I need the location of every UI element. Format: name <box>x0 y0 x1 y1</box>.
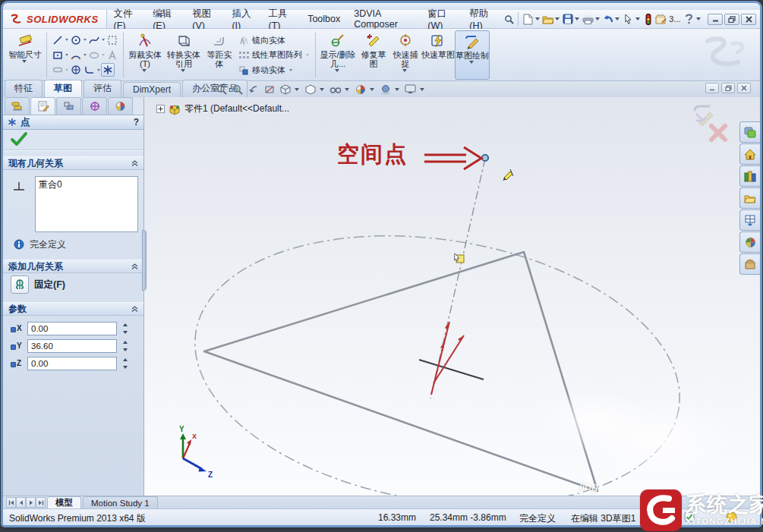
zoom-to-fit-icon[interactable] <box>214 83 229 96</box>
previous-view-icon[interactable] <box>246 83 260 96</box>
x-spinner[interactable] <box>120 322 130 335</box>
appearances-scenes-icon[interactable] <box>739 231 760 253</box>
tab-dimxpert[interactable]: DimXpert <box>123 82 181 97</box>
model-tab[interactable]: 模型 <box>47 496 81 508</box>
configuration-manager-tab-icon[interactable] <box>56 97 81 115</box>
scene-dropdown-icon[interactable] <box>395 88 399 91</box>
x-coordinate-field[interactable]: 0.00 <box>27 322 117 335</box>
trim-entities-button[interactable]: 剪裁实体(T) <box>126 30 164 80</box>
dimxpert-manager-tab-icon[interactable] <box>82 97 107 115</box>
display-style-dropdown-icon[interactable] <box>320 88 324 91</box>
spline-icon[interactable] <box>87 33 101 47</box>
selection-box-icon[interactable] <box>106 33 119 47</box>
tab-sketch[interactable]: 草图 <box>44 80 82 97</box>
design-library-icon[interactable] <box>739 165 760 187</box>
doc-minimize-button[interactable] <box>705 83 719 93</box>
text-icon[interactable] <box>106 49 119 62</box>
file-properties-icon[interactable] <box>654 12 667 27</box>
origin-axis-line[interactable] <box>419 360 484 379</box>
property-manager-tab-icon[interactable] <box>30 97 55 115</box>
panel-splitter-handle[interactable] <box>142 230 147 291</box>
unit-system-icon[interactable] <box>647 512 658 522</box>
fillet-dropdown-icon[interactable] <box>97 69 100 71</box>
ellipse-dropdown-icon[interactable] <box>102 54 105 56</box>
y-coordinate-field[interactable]: 36.60 <box>27 339 117 353</box>
slot-icon[interactable] <box>51 63 65 77</box>
relations-listbox[interactable]: 重合0 <box>35 176 138 232</box>
quick-tips-icon[interactable] <box>726 512 737 523</box>
convert-entities-button[interactable]: 转换实体引用 <box>164 30 203 80</box>
z-spinner[interactable] <box>120 357 130 370</box>
smart-dimension-dropdown-icon[interactable] <box>22 60 27 63</box>
add-relations-section-header[interactable]: 添加几何关系 <box>3 260 143 273</box>
motion-study-tab[interactable]: Motion Study 1 <box>83 496 158 508</box>
convert-dropdown-icon[interactable] <box>181 69 185 72</box>
ok-button[interactable] <box>10 131 28 149</box>
open-icon[interactable] <box>542 12 554 27</box>
fillet-icon[interactable] <box>83 63 96 77</box>
tree-expand-icon[interactable] <box>156 105 165 113</box>
quick-snaps-button[interactable]: 快速捕捉 <box>389 30 421 80</box>
view-settings-dropdown-icon[interactable] <box>420 88 424 91</box>
collapse-chevron-icon[interactable] <box>131 160 138 166</box>
prev-tab-button[interactable] <box>16 497 26 508</box>
solidworks-resources-icon[interactable] <box>739 121 760 143</box>
linear-pattern-button[interactable]: 线性草图阵列 <box>237 49 311 62</box>
circle-icon[interactable] <box>69 33 83 47</box>
undo-icon[interactable] <box>602 12 614 27</box>
tags-check-icon[interactable] <box>684 512 695 522</box>
move-entities-button[interactable]: 移动实体 <box>237 63 311 77</box>
close-button[interactable] <box>741 14 756 25</box>
edit-appearance-icon[interactable] <box>353 83 367 96</box>
sketch-button[interactable]: 草图绘制 <box>455 30 490 80</box>
view-palette-icon[interactable] <box>739 209 760 231</box>
y-spinner[interactable] <box>120 339 130 353</box>
view-orientation-icon[interactable] <box>278 83 292 96</box>
section-view-icon[interactable] <box>262 83 276 96</box>
select-icon[interactable] <box>622 12 634 27</box>
options-traffic-light-icon[interactable] <box>642 12 654 27</box>
circle-pattern-icon[interactable] <box>69 63 83 77</box>
z-coordinate-field[interactable]: 0.00 <box>27 357 117 370</box>
rectangle-icon[interactable] <box>51 49 65 62</box>
spline-dropdown-icon[interactable] <box>102 39 105 41</box>
rectangle-dropdown-icon[interactable] <box>65 54 68 56</box>
slot-dropdown-icon[interactable] <box>65 69 68 71</box>
smart-dimension-button[interactable]: 智能尺寸 <box>6 30 44 80</box>
doc-close-button[interactable] <box>737 83 751 93</box>
relation-item[interactable]: 重合0 <box>39 179 62 190</box>
toolbar-overflow[interactable]: 3... <box>667 14 683 24</box>
file-explorer-icon[interactable] <box>739 187 760 209</box>
space-point[interactable] <box>482 155 488 161</box>
linear-pattern-dropdown-icon[interactable] <box>306 54 309 56</box>
trim-dropdown-icon[interactable] <box>142 69 147 72</box>
unit-dropdown-icon[interactable] <box>661 515 666 518</box>
new-dropdown-icon[interactable] <box>535 17 540 20</box>
first-tab-button[interactable] <box>6 497 16 508</box>
help-link[interactable]: ? <box>134 117 139 127</box>
sketch-triangle[interactable] <box>204 252 597 491</box>
display-delete-dropdown-icon[interactable] <box>335 69 339 72</box>
tab-evaluate[interactable]: 评估 <box>84 80 121 97</box>
line-dropdown-icon[interactable] <box>65 39 68 41</box>
collapse-chevron-icon[interactable] <box>131 263 138 269</box>
print-dropdown-icon[interactable] <box>595 17 600 20</box>
move-entities-dropdown-icon[interactable] <box>289 69 292 71</box>
fixed-relation-button[interactable] <box>11 275 29 294</box>
apply-scene-icon[interactable] <box>378 83 393 96</box>
save-icon[interactable] <box>562 12 574 27</box>
point-icon[interactable] <box>101 63 115 77</box>
zoom-to-area-icon[interactable] <box>230 83 244 96</box>
menu-toolbox[interactable]: Toolbox <box>301 11 347 27</box>
help-icon[interactable] <box>683 12 695 27</box>
quick-snaps-dropdown-icon[interactable] <box>402 69 407 72</box>
sketch-dropdown-icon[interactable] <box>469 61 474 64</box>
home-icon[interactable] <box>739 143 760 165</box>
hide-show-items-icon[interactable] <box>328 83 342 96</box>
edit-sketch-status-icon[interactable] <box>670 512 682 522</box>
new-document-icon[interactable] <box>522 12 534 27</box>
doc-restore-button[interactable] <box>721 83 735 93</box>
print-icon[interactable] <box>582 12 594 27</box>
mirror-entities-button[interactable]: 镜向实体 <box>237 33 311 47</box>
appearance-dropdown-icon[interactable] <box>370 88 374 91</box>
